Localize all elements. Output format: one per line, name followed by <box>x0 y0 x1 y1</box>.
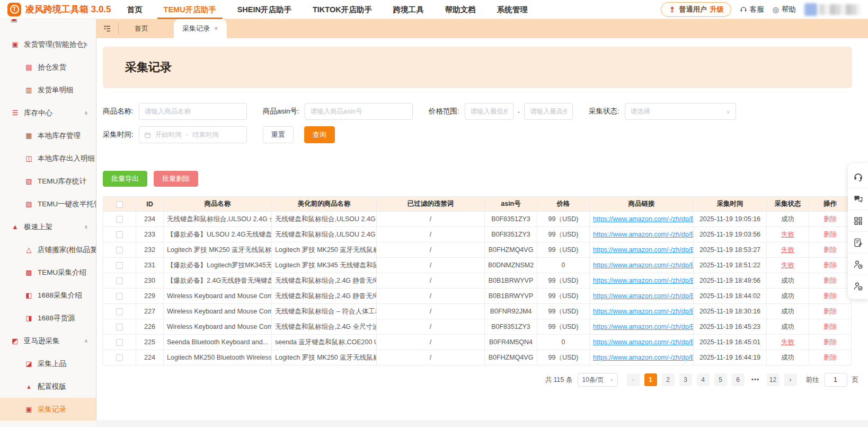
chat-messages-icon[interactable] <box>848 188 868 210</box>
page-button[interactable]: 5 <box>714 373 727 386</box>
row-checkbox[interactable] <box>116 308 123 315</box>
template-config-icon: ▴ <box>24 382 33 390</box>
sidebar-item[interactable]: ▨TEMU一键改半托管库存 <box>0 193 96 215</box>
delete-link[interactable]: 删除 <box>823 246 837 254</box>
status-select[interactable]: 请选择 ∨ <box>625 103 736 120</box>
collect-time-cell: 2025-11-19 16:44:19 <box>694 350 767 365</box>
sidebar-item[interactable]: ▦本地库存管理 <box>0 124 96 147</box>
delete-link[interactable]: 删除 <box>823 231 837 238</box>
row-checkbox[interactable] <box>116 339 123 346</box>
qrcode-icon[interactable] <box>848 210 868 231</box>
chevron-up-icon: ∧ <box>84 41 88 47</box>
price-max-input[interactable] <box>524 103 573 120</box>
upgrade-button[interactable]: 普通用户 升级 <box>661 2 731 17</box>
user-verified-icon[interactable] <box>848 275 868 297</box>
sidebar-item[interactable]: ▤拾仓发货 <box>0 56 96 79</box>
form-edit-icon[interactable] <box>848 231 868 253</box>
nav-item[interactable]: 帮助文档 <box>445 0 476 19</box>
page-button[interactable]: 2 <box>662 373 675 386</box>
customer-service-link[interactable]: 客服 <box>740 5 764 14</box>
sidebar-item[interactable]: △店铺搬家(相似品复制上架) <box>0 238 96 261</box>
goto-page-input[interactable] <box>824 373 847 387</box>
sidebar-item[interactable]: ▣采集记录 <box>0 398 96 421</box>
user-avatar[interactable] <box>804 3 861 16</box>
product-link[interactable]: https://www.amazon.com/-/zh/dp/B0B... <box>593 292 694 300</box>
sidebar-item[interactable]: ▧TEMU库存统计 <box>0 170 96 193</box>
nav-item[interactable]: 跨境工具 <box>393 0 424 19</box>
close-tab-icon[interactable]: × <box>214 19 218 38</box>
nav-item[interactable]: 首页 <box>127 0 143 19</box>
sidebar-item[interactable]: ▴配置模版 <box>0 375 96 398</box>
product-name-input[interactable] <box>139 103 247 120</box>
product-link[interactable]: https://www.amazon.com/-/zh/dp/B0D... <box>593 231 694 238</box>
sidebar-item[interactable]: ☰库存中心∧ <box>0 101 96 124</box>
delete-link[interactable]: 删除 <box>823 323 837 330</box>
page-button[interactable]: 1 <box>644 373 657 386</box>
table-row: 225Seenda Bluetooth Keyboard and...seend… <box>103 335 852 350</box>
sidebar-item[interactable]: ▲极速上架∧ <box>0 215 96 238</box>
collapse-sidebar-button[interactable] <box>96 19 118 38</box>
product-link[interactable]: https://www.amazon.com/-/zh/dp/B0F... <box>593 354 694 361</box>
product-link[interactable]: https://www.amazon.com/-/zh/dp/B0D... <box>593 262 694 269</box>
asin-input[interactable] <box>305 103 413 120</box>
nav-item[interactable]: 系统管理 <box>497 0 528 19</box>
prev-page-button[interactable]: ‹ <box>627 373 640 386</box>
row-checkbox[interactable] <box>116 231 123 238</box>
page-button[interactable]: 3 <box>679 373 692 386</box>
delete-link[interactable]: 删除 <box>823 354 837 361</box>
next-page-button[interactable]: › <box>784 373 797 386</box>
batch-export-button[interactable]: 批量导出 <box>103 171 147 187</box>
customer-service-icon[interactable] <box>848 166 868 188</box>
user-history-icon[interactable] <box>848 253 868 275</box>
sidebar-item[interactable]: ◪采集上品 <box>0 352 96 375</box>
batch-delete-button[interactable]: 批量删除 <box>154 171 198 187</box>
product-link[interactable]: https://www.amazon.com/-/zh/dp/B0D... <box>593 323 694 330</box>
price-separator: - <box>518 108 520 116</box>
row-checkbox[interactable] <box>116 216 123 223</box>
delete-link[interactable]: 删除 <box>823 338 837 346</box>
page-size-value: 10条/页 <box>582 376 604 385</box>
row-checkbox[interactable] <box>116 354 123 361</box>
reset-button[interactable]: 重置 <box>263 126 294 143</box>
row-checkbox[interactable] <box>116 277 123 284</box>
row-checkbox[interactable] <box>116 324 123 330</box>
product-link[interactable]: https://www.amazon.com/-/zh/dp/B0F... <box>593 338 694 346</box>
delete-link[interactable]: 删除 <box>823 262 837 269</box>
sidebar-item[interactable]: ▥发货单明细 <box>0 79 96 101</box>
date-range-picker[interactable]: 开始时间 - 结束时间 <box>139 126 247 143</box>
delete-link[interactable]: 删除 <box>823 292 837 300</box>
sidebar-item[interactable]: ◩亚马逊采集∧ <box>0 329 96 352</box>
product-link[interactable]: https://www.amazon.com/-/zh/dp/B0B... <box>593 277 694 284</box>
sidebar-item[interactable]: ▩TEMU采集介绍 <box>0 261 96 284</box>
sidebar-item[interactable]: ◧1688采集介绍 <box>0 284 96 307</box>
sidebar-item[interactable]: ◨1688寻货源 <box>0 307 96 329</box>
tab-home[interactable]: 首页 <box>119 19 164 38</box>
delete-link[interactable]: 删除 <box>823 277 837 284</box>
asin-cell: B0F8351ZY3 <box>485 227 537 242</box>
row-checkbox[interactable] <box>116 293 123 300</box>
sidebar-item[interactable]: ◫本地库存出入明细 <box>0 147 96 170</box>
horizontal-scrollbar[interactable] <box>96 420 868 427</box>
page-button[interactable]: 6 <box>732 373 745 386</box>
row-checkbox[interactable] <box>116 262 123 269</box>
price-min-input[interactable] <box>465 103 513 120</box>
column-header: 采集状态 <box>767 197 809 212</box>
tab-collect-records[interactable]: 采集记录 × <box>174 19 227 38</box>
page-button[interactable]: 12 <box>767 373 780 386</box>
help-link[interactable]: ◎ 帮助 <box>773 5 796 14</box>
search-button[interactable]: 查询 <box>304 126 335 143</box>
select-all-checkbox[interactable] <box>116 201 123 208</box>
product-link[interactable]: https://www.amazon.com/-/zh/dp/B0D... <box>593 308 694 315</box>
row-checkbox[interactable] <box>116 247 123 254</box>
page-button[interactable]: 4 <box>697 373 710 386</box>
banned-words-cell: / <box>377 258 485 273</box>
page-size-select[interactable]: 10条/页 ∨ <box>578 373 618 387</box>
delete-link[interactable]: 删除 <box>823 308 837 315</box>
delete-link[interactable]: 删除 <box>823 215 837 223</box>
nav-item[interactable]: TEMU开店助手 <box>164 0 216 19</box>
product-link[interactable]: https://www.amazon.com/-/zh/dp/B0F... <box>593 246 694 254</box>
sidebar-item[interactable]: ▣发货管理(智能拾仓)∧ <box>0 33 96 56</box>
product-link[interactable]: https://www.amazon.com/-/zh/dp/B0D... <box>593 215 694 223</box>
nav-item[interactable]: TIKTOK开店助手 <box>313 0 372 19</box>
nav-item[interactable]: SHEIN开店助手 <box>237 0 291 19</box>
